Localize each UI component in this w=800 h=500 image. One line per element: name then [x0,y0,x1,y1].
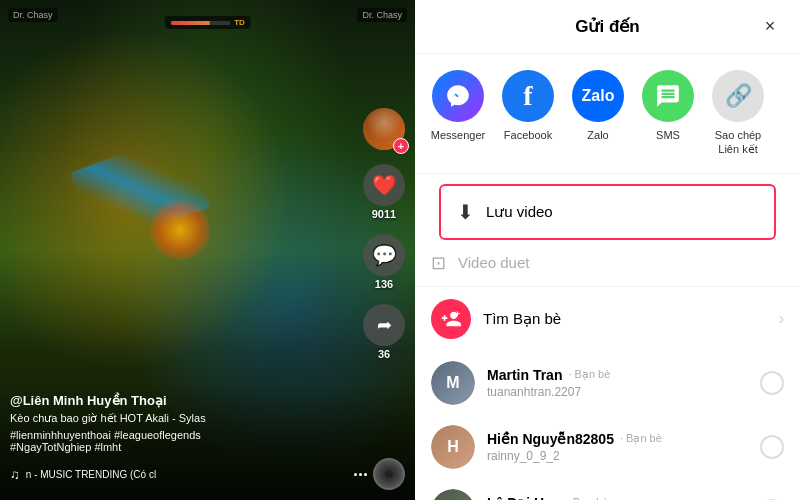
find-friends-label: Tìm Bạn bè [483,310,767,328]
svg-text:+: + [455,309,460,319]
avatar-circle[interactable]: + [363,108,405,150]
fire-effect [150,200,210,260]
find-friends-button[interactable]: + Tìm Bạn bè › [415,286,800,351]
share-button[interactable]: ➦ 36 [363,304,405,360]
messenger-icon [432,70,484,122]
duet-icon: ⊡ [431,252,446,274]
video-hashtags: #lienminhhuyenthoai #leagueoflegends #Ng… [10,429,405,453]
friend-badge: · Bạn bè [567,496,609,500]
share-messenger[interactable]: Messenger [423,70,493,157]
friend-name-row: Martin Tran · Bạn bè [487,367,748,383]
share-zalo[interactable]: Zalo Zalo [563,70,633,157]
more-dots[interactable] [354,473,367,476]
like-count: 9011 [372,208,396,220]
video-title: Kèo chưa bao giờ hết HOT Akali - Sylas [10,411,405,426]
hud-score-bar: TD [164,16,251,29]
friend-select-toggle[interactable] [760,371,784,395]
share-icons-row: Messenger f Facebook Zalo Zalo SMS 🔗 Sao… [415,54,800,174]
friend-name-row: Hiền Nguyễn82805 · Bạn bè [487,431,748,447]
share-panel: Gửi đến × Messenger f Facebook Zalo Zalo [415,0,800,500]
friend-item[interactable]: H Hiền Nguyễn82805 · Bạn bè rainny_0_9_2 [415,415,800,479]
friend-badge: · Bạn bè [568,368,610,381]
hud-name-right: Dr. Chasy [357,8,407,22]
share-icon[interactable]: ➦ [363,304,405,346]
share-sms[interactable]: SMS [633,70,703,157]
find-friends-icon: + [431,299,471,339]
friend-name: Hiền Nguyễn82805 [487,431,614,447]
hud-name-left: Dr. Chasy [8,8,58,22]
like-button[interactable]: ❤️ 9011 [363,164,405,220]
zalo-label: Zalo [587,128,608,142]
save-video-button[interactable]: ⬇ Lưu video [439,184,776,240]
comment-button[interactable]: 💬 136 [363,234,405,290]
like-icon[interactable]: ❤️ [363,164,405,206]
video-container: Dr. Chasy TD Dr. Chasy + ❤️ 9011 💬 [0,0,415,500]
chevron-right-icon: › [779,310,784,328]
panel-header: Gửi đến × [415,0,800,54]
friend-username: rainny_0_9_2 [487,449,748,463]
friend-info: Hiền Nguyễn82805 · Bạn bè rainny_0_9_2 [487,431,748,463]
sms-label: SMS [656,128,680,142]
friend-name-row: Lê Đại Huy · Bạn bè [487,495,748,500]
save-video-label: Lưu video [486,203,553,221]
music-note-icon: ♫ [10,467,20,482]
share-facebook[interactable]: f Facebook [493,70,563,157]
close-button[interactable]: × [756,13,784,41]
friend-info: Martin Tran · Bạn bè tuananhtran.2207 [487,367,748,399]
friend-badge: · Bạn bè [620,432,662,445]
copy-link-icon: 🔗 [712,70,764,122]
friend-name: Martin Tran [487,367,562,383]
friend-item[interactable]: L Lê Đại Huy · Bạn bè huymiaoo [415,479,800,500]
music-text: n - MUSIC TRENDING (Có cl [26,469,344,480]
share-count: 36 [378,348,390,360]
panel-title: Gửi đến [575,16,639,37]
friends-list: M Martin Tran · Bạn bè tuananhtran.2207 … [415,351,800,500]
friend-item[interactable]: M Martin Tran · Bạn bè tuananhtran.2207 [415,351,800,415]
facebook-icon: f [502,70,554,122]
friend-select-toggle[interactable] [760,435,784,459]
comment-count: 136 [375,278,393,290]
music-disc-inner [385,470,393,478]
video-username: @Liên Minh Huyền Thoại [10,393,405,408]
video-duet-button[interactable]: ⊡ Video duet [415,240,800,286]
music-disc [373,458,405,490]
user-avatar-action[interactable]: + [363,108,405,150]
friend-avatar: L [431,489,475,500]
friend-username: tuananhtran.2207 [487,385,748,399]
music-bar: ♫ n - MUSIC TRENDING (Có cl [10,458,405,490]
friend-name: Lê Đại Huy [487,495,561,500]
zalo-icon: Zalo [572,70,624,122]
hud-score: TD [234,18,245,27]
sms-icon [642,70,694,122]
copy-link-label: Sao chép Liên kết [715,128,761,157]
friend-info: Lê Đại Huy · Bạn bè huymiaoo [487,495,748,500]
messenger-label: Messenger [431,128,485,142]
video-duet-label: Video duet [458,254,529,271]
follow-badge: + [393,138,409,154]
comment-icon[interactable]: 💬 [363,234,405,276]
video-actions: + ❤️ 9011 💬 136 ➦ 36 [363,108,405,360]
top-hud: Dr. Chasy TD Dr. Chasy [0,8,415,22]
friend-avatar: M [431,361,475,405]
save-icon: ⬇ [457,200,474,224]
friend-avatar: H [431,425,475,469]
video-bottom-info: @Liên Minh Huyền Thoại Kèo chưa bao giờ … [0,385,415,500]
share-copy-link[interactable]: 🔗 Sao chép Liên kết [703,70,773,157]
facebook-label: Facebook [504,128,552,142]
